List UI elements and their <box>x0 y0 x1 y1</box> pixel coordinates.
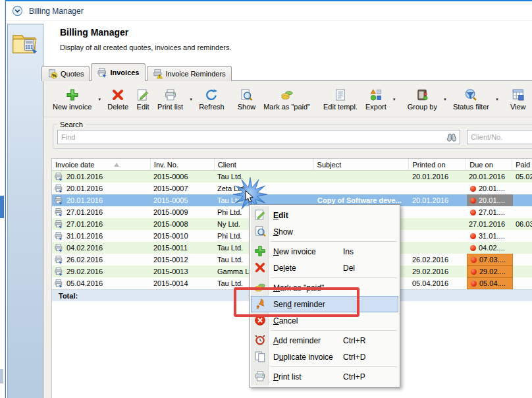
toolbar-button-refresh[interactable]: Refresh <box>195 83 228 115</box>
window-title: Billing Manager <box>29 7 84 16</box>
background-strip <box>0 0 5 398</box>
cell-paid-on <box>513 277 532 289</box>
column-header-label: Invoice date <box>55 161 94 169</box>
paid-icon <box>280 88 294 101</box>
toolbar-button-label: Show <box>238 103 256 111</box>
binoculars-icon[interactable] <box>446 132 457 142</box>
toolbar-button-show[interactable]: Show <box>234 83 260 115</box>
menu-item-edit[interactable]: Edit <box>251 207 398 223</box>
toolbar-button-delete[interactable]: Delete <box>103 83 132 115</box>
column-header-client[interactable]: Client <box>215 159 314 170</box>
cell-due-on: 20.01.2016 <box>467 171 513 183</box>
cell-paid-on <box>513 254 532 266</box>
column-header-label: Due on <box>469 161 492 169</box>
cell-inv-no: 2015-0013 <box>151 266 215 277</box>
cell-invoice-date: 20.01.2016 <box>52 194 151 206</box>
column-header-invoice-date[interactable]: Invoice date <box>52 159 151 170</box>
cell-inv-no: 2015-0009 <box>151 206 215 218</box>
quotes-icon: % <box>47 69 58 79</box>
tab-quotes[interactable]: %Quotes <box>41 66 90 81</box>
menu-item-label: Add reminder <box>273 336 343 345</box>
cell-invoice-date: 20.01.2016 <box>52 183 151 194</box>
dropdown-arrow-icon[interactable]: ▼ <box>493 83 501 115</box>
column-header-paid-on[interactable]: Paid on <box>512 159 532 170</box>
toolbar-button-group-by[interactable]: Group by <box>404 83 441 115</box>
template-icon <box>334 88 347 101</box>
cell-inv-no: 2015-0011 <box>151 242 215 254</box>
invoice-date-text: 04.02.2016 <box>66 244 103 252</box>
toolbar-button-new-invoice[interactable]: New invoice <box>49 83 95 115</box>
export-icon <box>369 88 383 101</box>
invoice-icon <box>54 243 63 252</box>
table-row[interactable]: 20.01.20162015-0006Tau Ltd.20.01.201620.… <box>52 171 532 183</box>
toolbar-button-label: View <box>510 103 526 111</box>
toolbar-button-edit-templ[interactable]: Edit templ. <box>319 83 361 115</box>
column-header-label: Subject <box>317 161 342 169</box>
dropdown-arrow-icon[interactable]: ▼ <box>187 83 195 115</box>
invoice-icon <box>54 279 63 288</box>
cell-subject <box>314 183 410 194</box>
window-collapse-icon[interactable] <box>12 5 23 16</box>
print-icon <box>164 88 177 101</box>
client-number-input[interactable] <box>467 130 532 144</box>
toolbar-button-mark-as-paid[interactable]: Mark as "paid" <box>259 83 314 115</box>
cell-paid-on <box>513 206 532 218</box>
tab-label: Invoice Reminders <box>166 70 226 78</box>
toolbar-button-view[interactable]: View <box>506 83 530 115</box>
invoice-date-text: 27.01.2016 <box>66 208 103 216</box>
tab-invoices[interactable]: Invoices <box>91 63 145 81</box>
tab-strip: %QuotesInvoices!Invoice Reminders <box>41 63 233 81</box>
toolbar-button-label: Group by <box>408 103 437 111</box>
new-invoice-icon <box>66 88 79 101</box>
column-header-inv-no[interactable]: Inv. No. <box>151 159 215 170</box>
menu-item-delete[interactable]: DeleteDel <box>251 260 398 276</box>
column-header-label: Inv. No. <box>154 161 178 169</box>
menu-item-print-list[interactable]: Print listCtrl+P <box>251 368 398 385</box>
cell-paid-on: 05.02.2016 <box>513 171 532 183</box>
cell-printed-on: 29.02.2016 <box>410 266 467 277</box>
cell-printed-on <box>410 206 467 218</box>
toolbar-button-status-filter[interactable]: Status filter <box>449 83 493 115</box>
cell-inv-no: 2015-0006 <box>151 171 215 183</box>
table-row[interactable]: 20.01.20162015-0007Zeta Ltd.20.01.... <box>52 183 532 194</box>
toolbar-button-print-list[interactable]: Print list <box>153 83 187 115</box>
tab-label: Invoices <box>110 69 139 76</box>
menu-item-label: New invoice <box>273 247 343 256</box>
cell-due-on: 29.02.... <box>467 266 513 277</box>
svg-text:%: % <box>52 72 57 78</box>
add-reminder-icon <box>254 334 266 346</box>
cell-invoice-date: 27.01.2016 <box>52 218 151 230</box>
cell-invoice-date: 04.02.2016 <box>52 242 151 254</box>
cell-printed-on <box>410 230 467 242</box>
show-icon <box>254 225 266 237</box>
due-on-text: 29.02.... <box>479 268 506 275</box>
cell-invoice-date: 20.01.2016 <box>52 171 151 183</box>
toolbar-button-edit[interactable]: Edit <box>132 83 153 115</box>
menu-item-new-invoice[interactable]: New invoiceIns <box>251 243 398 260</box>
column-header-subject[interactable]: Subject <box>314 159 410 170</box>
due-on-text: 20.01.... <box>479 185 505 192</box>
menu-item-add-reminder[interactable]: Add reminderCtrl+R <box>251 332 398 349</box>
cell-inv-no: 2015-0008 <box>151 218 215 230</box>
dropdown-arrow-icon[interactable]: ▼ <box>530 83 532 115</box>
dropdown-arrow-icon[interactable]: ▼ <box>441 83 449 115</box>
column-header-printed-on[interactable]: Printed on <box>409 159 466 170</box>
sidebar-panel <box>7 24 43 398</box>
toolbar-button-label: Edit <box>137 103 149 111</box>
delete-icon <box>254 262 266 273</box>
invoice-date-text: 05.04.2016 <box>66 279 103 287</box>
invoice-date-text: 31.01.2016 <box>66 232 103 240</box>
invoice-date-text: 20.01.2016 <box>66 173 103 181</box>
mouse-cursor <box>245 190 254 204</box>
menu-item-duplicate-invoice[interactable]: Duplicate invoiceCtrl+D <box>251 349 398 365</box>
menu-item-show[interactable]: Show <box>251 223 398 240</box>
toolbar-button-export[interactable]: Export <box>361 83 390 115</box>
column-header-due-on[interactable]: Due on <box>466 159 512 170</box>
search-input[interactable] <box>57 130 460 144</box>
dropdown-arrow-icon[interactable]: ▼ <box>95 83 103 115</box>
tab-invoice-reminders[interactable]: !Invoice Reminders <box>147 66 232 81</box>
due-on-text: 27.01.... <box>479 208 505 216</box>
menu-shortcut: Ctrl+R <box>343 336 365 345</box>
page-subtitle: Display of all created quotes, invoices … <box>60 43 231 51</box>
dropdown-arrow-icon[interactable]: ▼ <box>390 83 398 115</box>
